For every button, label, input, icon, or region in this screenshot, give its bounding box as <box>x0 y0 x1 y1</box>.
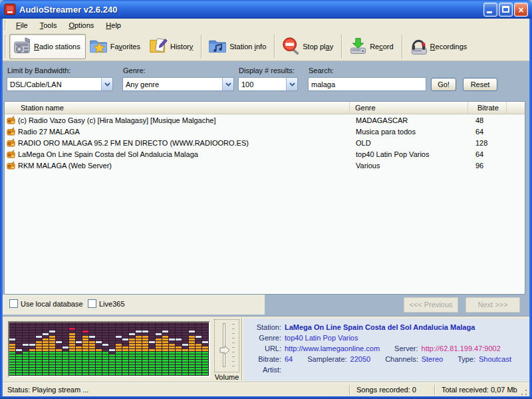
reset-button[interactable]: Reset <box>463 78 497 91</box>
stations-table: Station name Genre Bitrate (c) Radio Vaz… <box>4 101 525 295</box>
menubar: FileToolsOptionsHelp <box>3 19 529 32</box>
station-info-icon <box>208 37 227 56</box>
titlebar: AudioStreamer v2.6.240 × <box>0 0 532 19</box>
toolbar-grip-handle[interactable] <box>5 35 7 58</box>
toolbar-button-recordings[interactable]: Recordings <box>406 34 473 59</box>
table-row[interactable]: Radio 27 MALAGAMusica para todos64 <box>5 126 525 137</box>
live365-checkbox[interactable]: Live365 <box>88 299 125 308</box>
samplerate-value: 22050 <box>350 355 371 363</box>
checkbox-icon[interactable] <box>88 299 96 308</box>
resize-grip-icon[interactable] <box>520 388 528 396</box>
search-label: Search: <box>309 66 334 74</box>
bitrate-cell: 96 <box>468 162 507 170</box>
server-label: Server: <box>394 344 418 352</box>
toolbar-button-history[interactable]: History <box>146 34 198 59</box>
minimize-button[interactable] <box>483 3 497 17</box>
app-window: AudioStreamer v2.6.240 × FileToolsOption… <box>0 0 532 399</box>
toolbar-separator <box>274 35 275 59</box>
toolbar-separator <box>402 35 403 59</box>
column-header-filler <box>507 102 525 114</box>
toolbar-button-label: Record <box>370 43 393 51</box>
bitrate-info-label: Bitrate: <box>245 355 281 363</box>
previous-button[interactable]: <<< Previous <box>404 297 458 313</box>
bitrate-info-value: 64 <box>285 355 293 363</box>
menu-item-tools[interactable]: Tools <box>34 20 63 31</box>
toolbar-button-stop-play[interactable]: Stop play <box>278 34 338 59</box>
station-row-icon <box>7 116 15 124</box>
window-title: AudioStreamer v2.6.240 <box>19 5 483 15</box>
songs-recorded-text: Songs recorded: 0 <box>350 386 434 394</box>
bitrate-cell: 64 <box>468 150 507 158</box>
station-name-cell: RADIO ORO MALAGA 95.2 FM EN DIRECTO (WWW… <box>18 139 249 147</box>
channels-value: Stereo <box>422 355 443 363</box>
chevron-down-icon[interactable] <box>101 78 112 90</box>
toolbar-button-favorites[interactable]: Favorites <box>86 34 146 59</box>
genre-info-label: Genre: <box>245 334 281 342</box>
station-name-cell: RKM MALAGA (Web Server) <box>18 162 112 170</box>
genre-label: Genre: <box>123 66 146 74</box>
column-header-bitrate[interactable]: Bitrate <box>468 102 507 114</box>
toolbar-button-radio-stations[interactable]: Radio stations <box>9 34 86 59</box>
toolbar-separator <box>341 35 342 59</box>
panel-divider <box>241 318 243 380</box>
toolbar-button-record[interactable]: Record <box>345 34 398 59</box>
genre-info-value: top40 Latin Pop Varios <box>285 334 358 342</box>
menu-item-options[interactable]: Options <box>63 20 100 31</box>
bitrate-cell: 64 <box>468 128 507 136</box>
station-name-cell: Radio 27 MALAGA <box>18 128 80 136</box>
volume-label: Volume <box>211 373 242 381</box>
menubar-grip-handle[interactable] <box>5 21 7 30</box>
radio-stations-icon <box>13 37 32 56</box>
window-border-right <box>529 19 532 399</box>
window-border-left <box>0 19 3 399</box>
menu-item-file[interactable]: File <box>10 20 34 31</box>
url-value[interactable]: http://www.lamegaonline.com <box>285 344 380 352</box>
recordings-icon <box>409 37 428 56</box>
now-playing-panel: Station: LaMega On Line Spain Costa del … <box>244 319 529 381</box>
favorites-icon <box>89 37 108 56</box>
bandwidth-select[interactable]: DSL/Cable/LAN <box>7 77 113 91</box>
table-row[interactable]: LaMega On Line Spain Costa del Sol Andal… <box>5 148 525 160</box>
genre-cell: OLD <box>350 139 468 147</box>
options-row: Use local database Live365 <<< Previous … <box>3 295 529 316</box>
total-received-text: Total received: 0,07 Mb <box>436 386 520 394</box>
statusbar: Status: Playing stream ... Songs recorde… <box>3 382 529 396</box>
station-label: Station: <box>245 323 281 331</box>
search-input[interactable] <box>308 77 426 91</box>
maximize-button[interactable] <box>499 3 513 17</box>
volume-slider[interactable] <box>214 319 239 372</box>
menu-item-help[interactable]: Help <box>100 20 127 31</box>
toolbar-button-label: Stop play <box>303 43 333 51</box>
column-header-genre[interactable]: Genre <box>350 102 468 114</box>
volume-thumb-icon[interactable] <box>219 345 230 356</box>
results-select[interactable]: 100 <box>238 77 298 91</box>
toolbar-button-label: Recordings <box>430 43 467 51</box>
toolbar-button-station-info[interactable]: Station info <box>205 34 271 59</box>
genre-select[interactable]: Any genre <box>122 77 234 91</box>
toolbar-separator <box>201 35 202 59</box>
toolbar-button-label: Radio stations <box>34 43 80 51</box>
next-button[interactable]: Next >>> <box>466 297 520 313</box>
bitrate-cell: 128 <box>468 139 507 147</box>
table-row[interactable]: (c) Radio Vazo Gasy (c) [Hira Malagasy] … <box>5 114 525 126</box>
chevron-down-icon[interactable] <box>286 78 297 90</box>
stop-play-icon <box>281 37 301 56</box>
table-row[interactable]: RADIO ORO MALAGA 95.2 FM EN DIRECTO (WWW… <box>5 137 525 148</box>
station-name-cell: (c) Radio Vazo Gasy (c) [Hira Malagasy] … <box>18 116 216 124</box>
type-value: Shoutcast <box>479 355 511 363</box>
use-local-database-checkbox[interactable]: Use local database <box>9 299 83 308</box>
spectrum-analyzer <box>8 321 210 377</box>
table-row[interactable]: RKM MALAGA (Web Server)Various96 <box>5 160 525 171</box>
volume-ticks <box>232 324 235 366</box>
close-button[interactable]: × <box>514 3 528 17</box>
column-header-station-name[interactable]: Station name <box>5 102 350 114</box>
url-label: URL: <box>245 344 281 352</box>
bandwidth-label: Limit by Bandwidth: <box>7 66 70 74</box>
toolbar-button-label: Favorites <box>110 43 140 51</box>
go-button[interactable]: Go! <box>431 78 456 91</box>
genre-cell: Various <box>350 162 468 170</box>
main-panel: Limit by Bandwidth: Genre: Display # res… <box>3 61 529 382</box>
genre-cell: MADAGASCAR <box>350 116 468 124</box>
checkbox-icon[interactable] <box>9 299 18 308</box>
chevron-down-icon[interactable] <box>222 78 233 90</box>
